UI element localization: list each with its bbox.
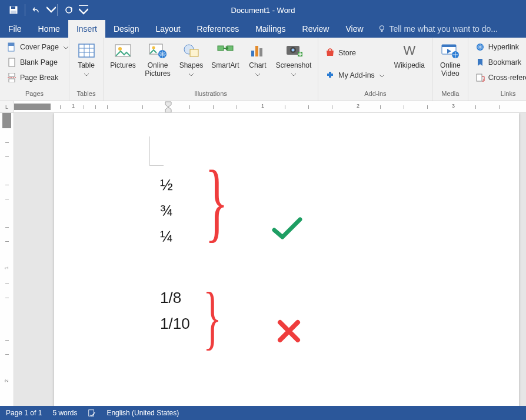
bookmark-button[interactable]: Bookmark xyxy=(472,55,526,69)
page-break-label: Page Break xyxy=(20,74,58,82)
online-video-button[interactable]: OnlineVideo xyxy=(437,40,464,78)
fraction-three-quarters: ¾ xyxy=(160,198,190,224)
tab-insert[interactable]: Insert xyxy=(68,20,105,38)
svg-rect-19 xyxy=(218,46,224,51)
ribbon: Cover Page Blank Page Page Break Pages T… xyxy=(0,38,526,101)
store-button[interactable]: Store xyxy=(322,46,388,60)
tab-file[interactable]: File xyxy=(0,20,30,38)
status-words[interactable]: 5 words xyxy=(52,409,77,417)
shapes-icon xyxy=(182,41,201,60)
fraction-one-tenth: 1/10 xyxy=(160,311,190,336)
horizontal-ruler[interactable]: 1 1 2 3 xyxy=(14,101,526,113)
my-addins-label: My Add-ins xyxy=(338,71,375,79)
quick-access-toolbar xyxy=(0,0,88,20)
window-title: Document1 - Word xyxy=(231,6,295,15)
ribbon-group-links: Hyperlink Bookmark Cross-reference Links xyxy=(468,38,526,101)
tab-mailings[interactable]: Mailings xyxy=(247,20,294,38)
table-icon xyxy=(77,41,96,60)
brace-annotation-top: } xyxy=(205,157,228,245)
screenshot-button[interactable]: Screenshot xyxy=(273,40,314,78)
page[interactable]: ½ ¾ ¼ 1/8 1/10 } } xyxy=(54,113,519,406)
svg-point-13 xyxy=(118,47,122,51)
svg-rect-3 xyxy=(11,11,16,14)
group-label-tables: Tables xyxy=(69,90,103,101)
ribbon-tabstrip: File Home Insert Design Layout Reference… xyxy=(0,20,526,38)
online-pictures-button[interactable]: OnlinePictures xyxy=(141,40,174,78)
tab-layout[interactable]: Layout xyxy=(148,20,189,38)
qat-separator xyxy=(25,4,25,16)
vertical-ruler[interactable]: 1 2 xyxy=(0,113,14,406)
vertical-ruler-gutter: L 1 2 xyxy=(0,101,14,406)
cross-reference-button[interactable]: Cross-reference xyxy=(472,71,526,85)
lightbulb-icon xyxy=(378,25,386,33)
ribbon-group-pages: Cover Page Blank Page Page Break Pages xyxy=(0,38,69,101)
fraction-one-eighth: 1/8 xyxy=(160,285,190,311)
tab-view[interactable]: View xyxy=(337,20,371,38)
tab-design[interactable]: Design xyxy=(105,20,148,38)
undo-button[interactable] xyxy=(26,0,46,20)
wikipedia-label: Wikipedia xyxy=(394,61,425,69)
smartart-button[interactable]: SmartArt xyxy=(208,40,242,78)
online-pictures-icon xyxy=(148,41,167,60)
blank-page-button[interactable]: Blank Page xyxy=(4,55,72,69)
status-bar: Page 1 of 1 5 words English (United Stat… xyxy=(0,406,526,420)
ribbon-group-tables: Table Tables xyxy=(69,38,104,101)
wikipedia-button[interactable]: W Wikipedia xyxy=(390,40,429,78)
status-page[interactable]: Page 1 of 1 xyxy=(6,409,42,417)
chart-icon xyxy=(248,41,267,60)
save-button[interactable] xyxy=(4,0,24,20)
qat-customize-dropdown[interactable] xyxy=(79,0,88,20)
group-label-links: Links xyxy=(468,90,526,101)
smartart-icon xyxy=(216,41,235,60)
my-addins-button[interactable]: My Add-ins xyxy=(322,68,388,82)
smartart-label: SmartArt xyxy=(211,61,239,69)
undo-dropdown[interactable] xyxy=(46,0,56,20)
store-label: Store xyxy=(338,49,356,57)
status-language[interactable]: English (United States) xyxy=(106,409,179,417)
ruler-corner[interactable]: L xyxy=(0,101,14,113)
screenshot-label: Screenshot xyxy=(276,61,312,69)
document-viewport[interactable]: ½ ¾ ¼ 1/8 1/10 } } xyxy=(14,113,526,406)
svg-rect-11 xyxy=(79,44,94,57)
ribbon-group-illustrations: Pictures OnlinePictures Shapes SmartArt … xyxy=(104,38,318,101)
table-button[interactable]: Table xyxy=(73,40,99,78)
redo-button[interactable] xyxy=(59,0,79,20)
svg-point-15 xyxy=(152,46,155,49)
page-break-icon xyxy=(7,73,16,82)
hruler-num-1a: 1 xyxy=(72,103,75,109)
page-break-button[interactable]: Page Break xyxy=(4,71,72,85)
online-video-icon xyxy=(441,41,460,60)
my-addins-icon xyxy=(325,71,335,80)
blank-page-icon xyxy=(7,58,16,67)
hyperlink-button[interactable]: Hyperlink xyxy=(472,40,526,54)
wikipedia-icon: W xyxy=(400,41,419,60)
fraction-list-bad: 1/8 1/10 xyxy=(160,285,190,336)
online-pictures-label-1: Online xyxy=(148,61,168,69)
tab-references[interactable]: References xyxy=(189,20,248,38)
blank-page-label: Blank Page xyxy=(20,58,58,66)
work-area: L 1 2 1 1 2 3 xyxy=(0,101,526,406)
chart-button[interactable]: Chart xyxy=(245,40,271,78)
online-pictures-label-2: Pictures xyxy=(145,69,170,78)
pictures-button[interactable]: Pictures xyxy=(107,40,139,78)
tell-me-search[interactable]: Tell me what you want to do... xyxy=(372,20,504,38)
online-video-label-1: Online xyxy=(440,61,461,69)
hruler-num-2: 2 xyxy=(357,103,359,109)
document-content[interactable]: ½ ¾ ¼ 1/8 1/10 xyxy=(160,172,190,336)
svg-rect-30 xyxy=(442,45,456,47)
shapes-button[interactable]: Shapes xyxy=(177,40,206,78)
svg-rect-7 xyxy=(8,43,14,46)
hruler-num-1b: 1 xyxy=(261,103,264,109)
status-proofing[interactable] xyxy=(88,409,96,417)
vruler-num-2: 2 xyxy=(4,379,9,382)
svg-rect-23 xyxy=(259,48,262,56)
margin-corner-mark xyxy=(149,136,164,166)
tab-home[interactable]: Home xyxy=(30,20,68,38)
cover-page-label: Cover Page xyxy=(20,43,59,51)
status-words-text: 5 words xyxy=(52,409,77,417)
group-label-addins: Add-ins xyxy=(318,90,432,101)
indent-marker-first-line[interactable] xyxy=(165,101,172,113)
cover-page-button[interactable]: Cover Page xyxy=(4,40,72,54)
tab-review[interactable]: Review xyxy=(294,20,338,38)
hyperlink-icon xyxy=(475,42,485,52)
